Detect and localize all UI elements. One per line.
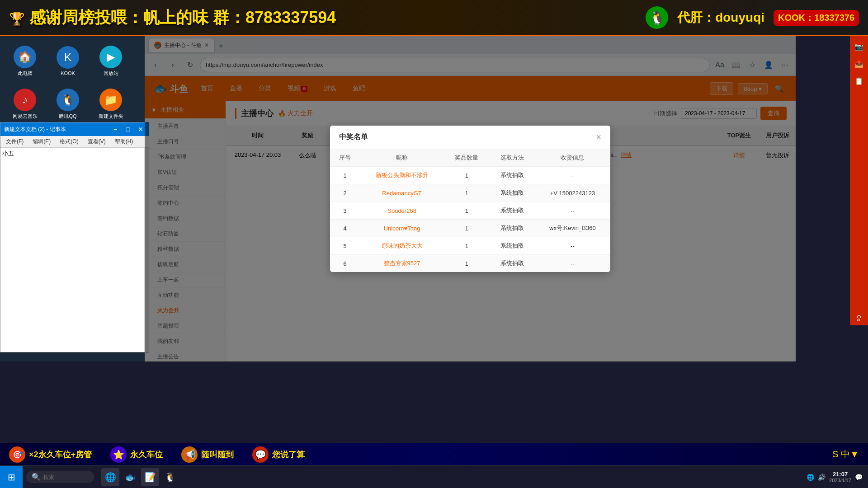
bottom-icon-1: 🎯 [9, 446, 25, 463]
modal-close-button[interactable]: × [596, 132, 601, 142]
desktop-icon-folder[interactable]: 📁 新建文件夹 [90, 84, 131, 124]
taskbar-browser-icon[interactable]: 🌐 [101, 468, 119, 486]
bottom-text-4: 您说了算 [272, 449, 305, 460]
cell-winner-address: +V 15002243123 [535, 184, 610, 202]
cell-winner-id: 2 [330, 184, 360, 202]
desktop-icons-area: 🏠 此电脑 K KOOK ▶ 回放站 ♪ 网易云音乐 🐧 腾讯QQ 📁 新建文件… [0, 36, 145, 129]
start-button[interactable]: ⊞ [0, 466, 23, 488]
search-icon: 🔍 [32, 473, 41, 481]
cell-winner-id: 5 [330, 237, 360, 255]
table-row: 6 整蛊专家9527 1 系统抽取 -- [330, 255, 610, 272]
notepad-menu-file[interactable]: 文件(F) [4, 137, 25, 146]
right-panel: 📷 📤 📋 Co [850, 36, 868, 325]
taskbar-volume-icon: 🔊 [818, 474, 826, 481]
taskbar-pinned-apps: 🌐 🐟 📝 🐧 [101, 468, 179, 486]
right-icon-1[interactable]: 📷 [851, 38, 867, 55]
winner-name-link[interactable]: Souder268 [387, 207, 416, 214]
cell-winner-name: RedamancyGT [360, 184, 444, 202]
modal-overlay[interactable]: 中奖名单 × 序号 昵称 奖品数量 选取方法 收货信息 1 新板公头脑和不涨升 … [145, 36, 796, 361]
col-name: 昵称 [360, 149, 444, 167]
right-icon-2[interactable]: 📤 [851, 56, 867, 72]
cell-winner-name: Unicorn♥Tang [360, 220, 444, 237]
winner-name-link[interactable]: RedamancyGT [382, 190, 421, 197]
cell-winner-method: 系统抽取 [489, 220, 534, 237]
cell-winner-address: -- [535, 167, 610, 184]
right-panel-label: Co [854, 313, 863, 323]
bottom-text-3: 随叫随到 [201, 449, 234, 460]
cell-winner-name: 原味的奶茶大大 [360, 237, 444, 255]
cell-winner-address: -- [535, 202, 610, 220]
col-address: 收货信息 [535, 149, 610, 167]
ime-indicator: S 中▼ [832, 448, 868, 460]
notification-icon[interactable]: 💬 [855, 474, 863, 481]
bottom-banner-item-2: ⭐ 永久车位 [101, 446, 172, 463]
winner-name-link[interactable]: 原味的奶茶大大 [382, 242, 423, 249]
taskbar: ⊞ 🔍 🌐 🐟 📝 🐧 🌐 🔊 21:07 2023/4/17 💬 [0, 465, 868, 488]
notepad-body: 小五 [0, 148, 149, 352]
winner-name-link[interactable]: 整蛊专家9527 [384, 260, 420, 267]
taskbar-right-area: 🌐 🔊 21:07 2023/4/17 💬 [807, 471, 868, 483]
cell-winner-method: 系统抽取 [489, 237, 534, 255]
cell-winner-address: -- [535, 255, 610, 272]
col-count: 奖品数量 [444, 149, 489, 167]
cell-winner-id: 3 [330, 202, 360, 220]
desktop-icon-music[interactable]: ♪ 网易云音乐 [5, 84, 45, 124]
wechat-icon: 🐧 [646, 6, 668, 29]
cell-winner-count: 1 [444, 202, 489, 220]
table-row: 5 原味的奶茶大大 1 系统抽取 -- [330, 237, 610, 255]
taskbar-qq-icon[interactable]: 🐧 [161, 468, 179, 486]
notepad-close-button[interactable]: ✕ [136, 125, 145, 134]
folder-app-icon: 📁 [99, 89, 122, 111]
home-app-icon: 🏠 [14, 46, 36, 68]
taskbar-clock: 21:07 2023/4/17 [829, 471, 851, 483]
notepad-minimize-button[interactable]: − [111, 125, 120, 134]
desktop-icon-kook[interactable]: K KOOK [47, 41, 88, 81]
bottom-text-2: 永久车位 [130, 449, 163, 460]
desktop-icon-qq[interactable]: 🐧 腾讯QQ [47, 84, 88, 124]
notepad-menu-edit[interactable]: 编辑(E) [31, 137, 52, 146]
cell-winner-count: 1 [444, 220, 489, 237]
notepad-controls: − □ ✕ [111, 125, 145, 134]
cell-winner-id: 6 [330, 255, 360, 272]
clock-time: 21:07 [829, 471, 851, 478]
taskbar-douyu-icon[interactable]: 🐟 [121, 468, 139, 486]
taskbar-notepad-icon[interactable]: 📝 [141, 468, 159, 486]
table-row: 4 Unicorn♥Tang 1 系统抽取 wx号:Kevin_B360 [330, 220, 610, 237]
col-id: 序号 [330, 149, 360, 167]
bottom-icon-3: 📢 [181, 446, 198, 463]
ime-text: S 中▼ [832, 448, 859, 460]
cell-winner-id: 1 [330, 167, 360, 184]
clock-date: 2023/4/17 [829, 478, 851, 483]
winner-name-link[interactable]: 新板公头脑和不涨升 [376, 172, 429, 178]
bottom-banner: 🎯 ×2永久车位+房管 ⭐ 永久车位 📢 随叫随到 💬 您说了算 S 中▼ [0, 443, 868, 465]
browser-window: 🐟 主播中心 - 斗鱼 ✕ + ‹ › ↻ Aa 📖 ☆ 👤 ⋯ 🐟 斗鱼 [145, 36, 796, 361]
col-method: 选取方法 [489, 149, 534, 167]
cell-winner-method: 系统抽取 [489, 202, 534, 220]
taskbar-network-icon: 🌐 [807, 474, 814, 481]
notepad-menu-format[interactable]: 格式(O) [58, 137, 80, 146]
cell-winner-count: 1 [444, 255, 489, 272]
notepad-menu-help[interactable]: 帮助(H) [113, 137, 135, 146]
desktop-icon-replay[interactable]: ▶ 回放站 [90, 41, 131, 81]
kook-app-icon: K [57, 46, 79, 69]
cell-winner-method: 系统抽取 [489, 255, 534, 272]
notepad-content-area[interactable]: 小五 [0, 148, 144, 352]
notepad-title: 新建文本文档 (2) - 记事本 [4, 126, 66, 133]
winner-name-link[interactable]: Unicorn♥Tang [384, 225, 420, 232]
notepad-menubar: 文件(F) 编辑(E) 格式(O) 查看(V) 帮助(H) [0, 136, 149, 148]
cell-winner-method: 系统抽取 [489, 167, 534, 184]
replay-app-icon: ▶ [99, 46, 122, 68]
notepad-menu-view[interactable]: 查看(V) [86, 137, 108, 146]
taskbar-search-area[interactable]: 🔍 [26, 471, 94, 483]
cell-winner-method: 系统抽取 [489, 184, 534, 202]
taskbar-search-input[interactable] [43, 474, 89, 480]
notepad-maximize-button[interactable]: □ [123, 125, 132, 134]
bottom-icon-4: 💬 [252, 446, 269, 463]
modal-title: 中奖名单 [339, 132, 368, 142]
desktop-icon-home[interactable]: 🏠 此电脑 [5, 41, 45, 81]
bottom-banner-item-3: 📢 随叫随到 [172, 446, 243, 463]
right-icon-3[interactable]: 📋 [851, 73, 867, 89]
music-app-icon: ♪ [14, 89, 36, 111]
qq-app-icon: 🐧 [57, 89, 79, 111]
cell-winner-name: Souder268 [360, 202, 444, 220]
